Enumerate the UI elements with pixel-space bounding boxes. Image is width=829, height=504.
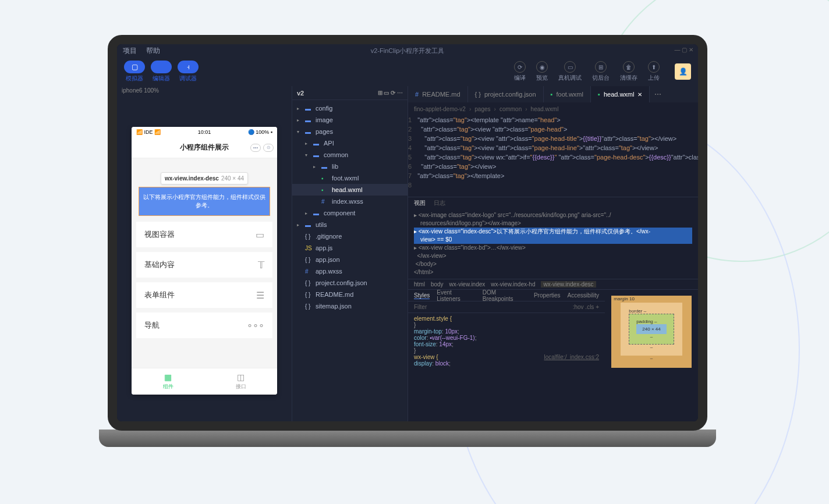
toolbar-button[interactable]: ⊞切后台 (592, 61, 610, 82)
tree-item[interactable]: { }sitemap.json (292, 300, 408, 312)
toolbar-button[interactable]: ⬆上传 (648, 61, 660, 82)
styles-filter-actions[interactable]: :hov .cls + (573, 304, 599, 310)
editor-tab[interactable]: { }project.config.json (468, 86, 544, 102)
file-explorer: v2 ⊞ ▭ ⟳ ⋯ ▸▬config▸▬image▾▬pages▸▬API▾▬… (292, 86, 408, 421)
dom-panel[interactable]: ▸ <wx-image class="index-logo" src="../r… (408, 209, 698, 279)
styles-tab[interactable]: Event Listeners (437, 289, 476, 302)
phone-title: 小程序组件展示 (180, 143, 229, 152)
tree-item[interactable]: #index.wxss (292, 196, 408, 207)
dom-crumb-item[interactable]: wx-view.index-desc (541, 281, 596, 288)
inspector-tooltip: wx-view.index-desc240 × 44 (161, 172, 248, 184)
phone-preview[interactable]: 📶 IDE 📶 10:01 🔵 100% ▪ 小程序组件展示 •••⊙ wx (132, 127, 277, 395)
list-item[interactable]: 导航∘∘∘ (136, 313, 272, 338)
list-item[interactable]: 表单组件☰ (136, 282, 272, 308)
breadcrumb[interactable]: fino-applet-demo-v2›pages›common›head.wx… (408, 102, 698, 115)
styles-rules[interactable]: element.style {}</span><span class="sel"… (408, 313, 605, 421)
toolbar-button[interactable]: 🗑清缓存 (620, 61, 637, 82)
dom-crumb-item[interactable]: html (414, 281, 425, 288)
code-editor[interactable]: 12345678 "attr">class="tag"><template "a… (408, 115, 698, 197)
menu-bar: 项目 帮助 v2-FinClip小程序开发工具 — ▢ ✕ (117, 44, 698, 57)
dom-breadcrumb[interactable]: htmlbodywx-view.indexwx-view.index-hdwx-… (408, 279, 698, 289)
capsule-menu-icon[interactable]: ••• (250, 144, 261, 152)
styles-tab[interactable]: Accessibility (568, 292, 599, 299)
tree-item[interactable]: ▸▬image (292, 114, 408, 126)
dom-crumb-item[interactable]: wx-view.index (449, 281, 486, 288)
phone-tabbar: ▦组件◫接口 (132, 368, 277, 395)
tree-item[interactable]: { }project.config.json (292, 277, 408, 289)
list-item[interactable]: 视图容器▭ (136, 222, 272, 247)
capsule-close-icon[interactable]: ⊙ (263, 144, 274, 152)
tree-item[interactable]: ▸▬API (292, 137, 408, 149)
menu-help[interactable]: 帮助 (146, 46, 160, 56)
tree-item[interactable]: ▪foot.wxml (292, 172, 408, 184)
close-icon: ✕ (637, 91, 642, 98)
tree-item[interactable]: ▸▬config (292, 102, 408, 114)
devtools-tab[interactable]: 视图 (414, 199, 426, 207)
editor-tabs: #README.md{ }project.config.json▪foot.wx… (408, 86, 698, 102)
tab-overflow[interactable]: ⋯ (650, 86, 666, 102)
editor-pane: #README.md{ }project.config.json▪foot.wx… (408, 86, 698, 421)
styles-tab[interactable]: DOM Breakpoints (483, 289, 527, 302)
tree-item[interactable]: { }app.json (292, 254, 408, 265)
list-item[interactable]: 基础内容𝕋 (136, 252, 272, 278)
phone-tab[interactable]: ▦组件 (132, 368, 204, 395)
toolbar-button[interactable]: ▭真机调试 (558, 61, 582, 82)
toolbar-pill[interactable]: ▢模拟器 (124, 61, 145, 83)
toolbar-pill[interactable]: ⫞调试器 (178, 61, 199, 83)
ide-window: 项目 帮助 v2-FinClip小程序开发工具 — ▢ ✕ ▢模拟器编辑器⫞调试… (117, 44, 698, 421)
phone-tab[interactable]: ◫接口 (204, 368, 277, 395)
explorer-actions[interactable]: ⊞ ▭ ⟳ ⋯ (378, 90, 403, 96)
avatar[interactable]: 👤 (675, 63, 691, 80)
tree-item[interactable]: JSapp.js (292, 242, 408, 254)
dom-crumb-item[interactable]: body (431, 281, 444, 288)
styles-filter[interactable]: Filter (414, 304, 427, 310)
simulator-status: iphone6 100% (117, 86, 292, 98)
highlighted-element[interactable]: 以下将展示小程序官方组件能力，组件样式仅供参考。 (139, 187, 270, 216)
tree-item[interactable]: #app.wxss (292, 265, 408, 277)
devtools: 视图日志 ▸ <wx-image class="index-logo" src=… (408, 197, 698, 421)
window-controls[interactable]: — ▢ ✕ (674, 47, 693, 53)
toolbar-button[interactable]: ◉预览 (536, 61, 548, 82)
simulator-pane: iphone6 100% 📶 IDE 📶 10:01 🔵 100% ▪ 小程序组… (117, 86, 292, 421)
menu-project[interactable]: 项目 (123, 46, 137, 56)
explorer-root: v2 (297, 90, 304, 97)
tree-item[interactable]: ▸▬component (292, 207, 408, 219)
styles-tab[interactable]: Properties (534, 292, 561, 299)
tree-item[interactable]: ▾▬pages (292, 126, 408, 137)
box-model[interactable]: margin 10 border – padding – 240 × 44 – (605, 290, 698, 421)
tree-item[interactable]: ▾▬common (292, 149, 408, 161)
window-title: v2-FinClip小程序开发工具 (371, 47, 445, 55)
toolbar-button[interactable]: ⟳编译 (514, 61, 526, 82)
tree-item[interactable]: ▪head.wxml (292, 184, 408, 196)
laptop-frame: 项目 帮助 v2-FinClip小程序开发工具 — ▢ ✕ ▢模拟器编辑器⫞调试… (99, 35, 716, 448)
phone-nav-bar: 小程序组件展示 •••⊙ (132, 137, 277, 158)
tree-item[interactable]: { }.gitignore (292, 230, 408, 242)
editor-tab[interactable]: #README.md (408, 86, 468, 102)
tree-item[interactable]: ▸▬lib (292, 161, 408, 172)
tree-item[interactable]: { }README.md (292, 289, 408, 300)
phone-status-bar: 📶 IDE 📶 10:01 🔵 100% ▪ (132, 127, 277, 137)
editor-tab[interactable]: ▪head.wxml✕ (591, 86, 650, 102)
editor-tab[interactable]: ▪foot.wxml (544, 86, 591, 102)
devtools-tab[interactable]: 日志 (434, 199, 445, 207)
toolbar-pill[interactable]: 编辑器 (151, 61, 172, 83)
toolbar: ▢模拟器编辑器⫞调试器 ⟳编译◉预览▭真机调试⊞切后台🗑清缓存⬆上传👤 (117, 57, 698, 86)
tree-item[interactable]: ▸▬utils (292, 219, 408, 230)
dom-crumb-item[interactable]: wx-view.index-hd (491, 281, 535, 288)
styles-tab[interactable]: Styles (414, 292, 430, 299)
